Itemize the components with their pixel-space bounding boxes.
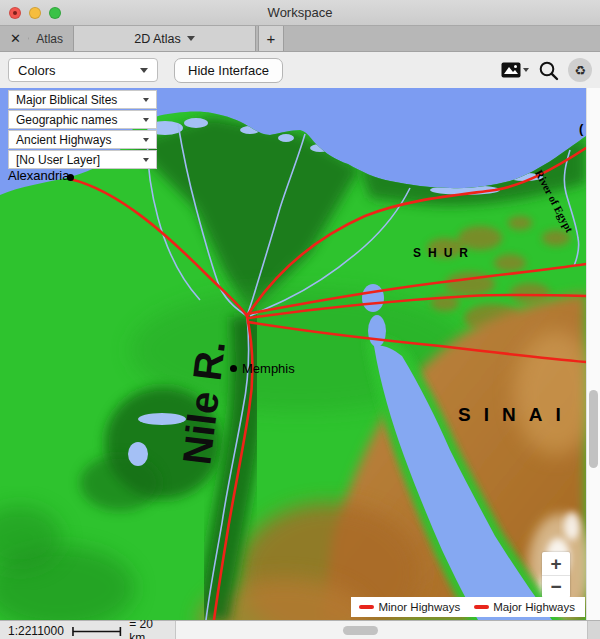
chevron-down-icon bbox=[143, 158, 149, 162]
map-zoom-controls: + − bbox=[542, 552, 570, 598]
zoom-in-button[interactable]: + bbox=[542, 552, 570, 575]
layer-select-value: [No User Layer] bbox=[16, 153, 100, 167]
layer-select-user-layer[interactable]: [No User Layer] bbox=[8, 150, 157, 169]
layer-select-ancient-highways[interactable]: Ancient Highways bbox=[8, 130, 157, 149]
hide-interface-label: Hide Interface bbox=[188, 63, 269, 78]
chevron-down-icon bbox=[140, 68, 148, 73]
label-sinai: SINAI bbox=[458, 404, 574, 426]
scale-value: = 20 km. bbox=[129, 617, 175, 639]
label-alexandria: Alexandria bbox=[8, 168, 69, 183]
label-memphis: Memphis bbox=[242, 361, 295, 376]
major-highway-swatch bbox=[474, 605, 489, 609]
label-edge-partial: ( bbox=[579, 121, 583, 136]
hide-interface-button[interactable]: Hide Interface bbox=[174, 58, 283, 83]
legend-item-minor-highways: Minor Highways bbox=[359, 601, 460, 613]
chevron-down-icon bbox=[523, 68, 529, 72]
expand-pane-icon[interactable] bbox=[28, 33, 29, 44]
layer-select-geographic-names[interactable]: Geographic names bbox=[8, 110, 157, 129]
label-shur: SHUR bbox=[413, 246, 475, 260]
layer-dropdown-stack: Major Biblical Sites Geographic names An… bbox=[8, 90, 157, 169]
scale-ratio: 1:2211000 bbox=[8, 624, 64, 638]
chevron-down-icon bbox=[143, 98, 149, 102]
app-window: Workspace ✕ Atlas 2D Atlas + Colors Hide… bbox=[0, 0, 600, 639]
status-bar: 1:2211000 = 20 km. bbox=[0, 620, 600, 639]
layer-select-value: Major Biblical Sites bbox=[16, 93, 117, 107]
tab-2d-atlas[interactable]: 2D Atlas bbox=[73, 26, 256, 51]
chevron-down-icon bbox=[143, 138, 149, 142]
refresh-layers-button[interactable]: ♻ bbox=[568, 58, 592, 82]
image-export-button[interactable] bbox=[501, 62, 529, 78]
window-title: Workspace bbox=[0, 5, 600, 20]
scale-status: 1:2211000 = 20 km. bbox=[0, 621, 176, 639]
alexandria-site-dot bbox=[67, 174, 74, 181]
toolbar-icons: ♻ bbox=[501, 58, 592, 82]
pane-header: ✕ Atlas bbox=[0, 26, 73, 51]
chevron-down-icon bbox=[143, 118, 149, 122]
chevron-down-icon bbox=[187, 36, 195, 41]
titlebar: Workspace bbox=[0, 0, 600, 26]
colors-dropdown-value: Colors bbox=[18, 63, 56, 78]
pane-title: Atlas bbox=[36, 32, 63, 46]
layer-select-biblical-sites[interactable]: Major Biblical Sites bbox=[8, 90, 157, 109]
tab-bar: ✕ Atlas 2D Atlas + bbox=[0, 26, 600, 52]
map-area: Major Biblical Sites Geographic names An… bbox=[0, 88, 600, 620]
layer-select-value: Ancient Highways bbox=[16, 133, 111, 147]
scrollbar-corner bbox=[587, 621, 600, 639]
close-pane-icon[interactable]: ✕ bbox=[10, 32, 21, 45]
recycle-icon: ♻ bbox=[574, 63, 586, 78]
legend-label: Minor Highways bbox=[378, 601, 460, 613]
tab-label: 2D Atlas bbox=[134, 32, 181, 46]
vertical-scrollbar-thumb[interactable] bbox=[589, 390, 598, 468]
highways-legend: Minor Highways Major Highways bbox=[351, 597, 585, 617]
horizontal-scrollbar[interactable] bbox=[176, 621, 587, 639]
search-icon[interactable] bbox=[538, 60, 559, 81]
image-icon bbox=[501, 62, 521, 78]
scale-bar-icon bbox=[71, 626, 122, 637]
minor-highway-swatch bbox=[359, 605, 374, 609]
toolbar: Colors Hide Interface ♻ bbox=[0, 52, 600, 88]
legend-label: Major Highways bbox=[493, 601, 575, 613]
map-canvas[interactable]: Major Biblical Sites Geographic names An… bbox=[0, 88, 586, 620]
layer-select-value: Geographic names bbox=[16, 113, 117, 127]
new-tab-button[interactable]: + bbox=[258, 26, 284, 51]
zoom-out-button[interactable]: − bbox=[542, 575, 570, 598]
vertical-scrollbar[interactable] bbox=[586, 88, 600, 620]
legend-item-major-highways: Major Highways bbox=[474, 601, 575, 613]
horizontal-scrollbar-thumb[interactable] bbox=[343, 626, 378, 635]
colors-dropdown[interactable]: Colors bbox=[8, 58, 158, 82]
